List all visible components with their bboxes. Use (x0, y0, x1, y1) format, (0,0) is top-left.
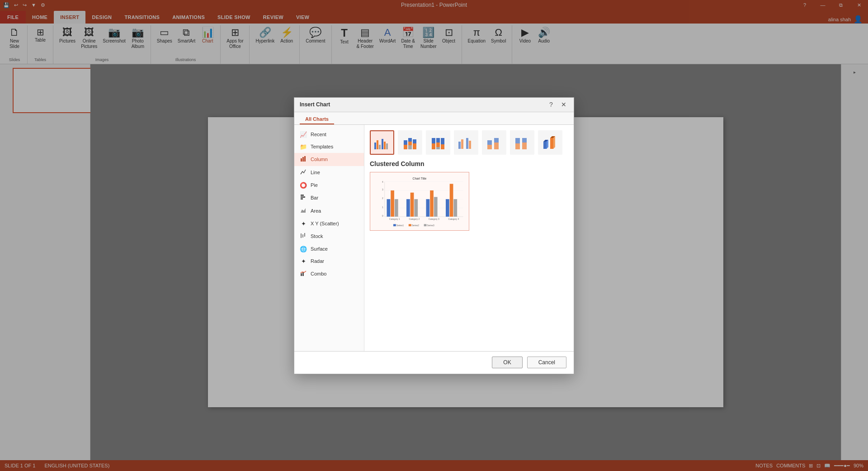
chart-type-radar[interactable]: ✦ Radar (294, 255, 364, 267)
svg-rect-42 (522, 138, 527, 143)
chart-type-column[interactable]: Column (294, 153, 364, 166)
svg-rect-73 (453, 199, 457, 217)
subtype-stacked-column[interactable] (398, 130, 422, 155)
svg-rect-34 (466, 138, 468, 149)
svg-rect-27 (436, 138, 440, 143)
svg-rect-47 (550, 138, 553, 149)
svg-rect-72 (450, 184, 453, 217)
svg-text:Series2: Series2 (412, 224, 420, 227)
svg-rect-38 (494, 138, 499, 143)
svg-rect-69 (430, 190, 434, 216)
combo-icon (300, 270, 307, 278)
svg-rect-66 (410, 192, 414, 216)
svg-rect-35 (469, 141, 471, 149)
subtype-3d-stacked-column[interactable] (482, 130, 506, 155)
dialog-title: Insert Chart (300, 101, 330, 108)
svg-rect-4 (301, 196, 305, 198)
svg-rect-63 (391, 190, 394, 216)
dialog-tabs: All Charts (294, 112, 574, 125)
svg-rect-39 (494, 143, 499, 149)
chart-type-surface[interactable]: 🌐 Surface (294, 243, 364, 255)
tab-all-charts[interactable]: All Charts (300, 114, 334, 124)
svg-rect-33 (461, 139, 463, 149)
insert-chart-dialog: Insert Chart ? ✕ All Charts 📈 Recent 📁 T… (294, 97, 574, 374)
svg-marker-6 (301, 208, 306, 213)
svg-rect-29 (436, 147, 440, 149)
xy-scatter-icon: ✦ (300, 220, 307, 227)
svg-rect-16 (384, 142, 386, 149)
chart-type-list: 📈 Recent 📁 Templates Column (294, 125, 364, 351)
svg-rect-23 (413, 139, 416, 143)
svg-rect-0 (301, 158, 302, 162)
svg-rect-19 (404, 145, 407, 149)
dialog-overlay: Insert Chart ? ✕ All Charts 📈 Recent 📁 T… (0, 0, 868, 471)
svg-rect-68 (426, 199, 430, 217)
surface-label: Surface (311, 246, 328, 252)
svg-text:Series3: Series3 (427, 224, 434, 227)
templates-icon: 📁 (300, 143, 307, 150)
subtype-100pct-stacked-column[interactable] (426, 130, 450, 155)
svg-rect-20 (408, 138, 412, 142)
chart-type-line[interactable]: Line (294, 166, 364, 179)
svg-text:Chart Title: Chart Title (413, 176, 427, 180)
column-icon (300, 156, 307, 163)
area-icon (300, 207, 307, 215)
svg-rect-71 (446, 199, 449, 217)
ok-button[interactable]: OK (492, 357, 522, 368)
bar-label: Bar (311, 195, 318, 200)
svg-rect-13 (377, 140, 378, 149)
svg-rect-3 (301, 195, 304, 196)
recent-label: Recent (311, 132, 326, 137)
chart-type-xy-scatter[interactable]: ✦ X Y (Scatter) (294, 218, 364, 230)
svg-rect-64 (395, 199, 398, 217)
chart-type-pie[interactable]: ⭕ Pie (294, 179, 364, 191)
svg-rect-18 (404, 140, 407, 145)
chart-type-templates[interactable]: 📁 Templates (294, 141, 364, 153)
svg-rect-24 (413, 143, 416, 149)
recent-icon: 📈 (300, 131, 307, 138)
dialog-close-button[interactable]: ✕ (559, 100, 568, 109)
svg-text:Category 1: Category 1 (389, 218, 400, 220)
selected-chart-name: Clustered Column (370, 160, 568, 167)
svg-rect-43 (522, 143, 527, 149)
svg-rect-36 (487, 140, 492, 145)
svg-rect-1 (302, 157, 304, 162)
svg-rect-41 (515, 143, 520, 149)
svg-rect-10 (301, 273, 302, 276)
svg-rect-12 (374, 143, 376, 149)
pie-label: Pie (311, 182, 318, 188)
svg-rect-37 (487, 145, 492, 149)
subtype-3d-100pct-stacked-column[interactable] (510, 130, 534, 155)
svg-text:Category 4: Category 4 (448, 218, 459, 220)
chart-type-area[interactable]: Area (294, 205, 364, 218)
subtype-3d-clustered-column[interactable] (454, 130, 478, 155)
svg-rect-32 (458, 142, 461, 149)
surface-icon: 🌐 (300, 246, 307, 252)
svg-rect-30 (441, 138, 444, 144)
svg-rect-80 (409, 224, 411, 226)
chart-type-stock[interactable]: Stock (294, 230, 364, 243)
chart-type-combo[interactable]: Combo (294, 267, 364, 281)
stock-label: Stock (311, 233, 323, 239)
svg-rect-2 (304, 156, 306, 162)
svg-rect-31 (441, 144, 444, 149)
chart-type-bar[interactable]: Bar (294, 191, 364, 205)
cancel-button[interactable]: Cancel (527, 357, 566, 368)
radar-label: Radar (311, 258, 324, 264)
svg-rect-17 (386, 143, 388, 149)
dialog-help-button[interactable]: ? (547, 100, 556, 109)
pie-icon: ⭕ (300, 182, 307, 189)
svg-rect-26 (432, 143, 435, 149)
radar-icon: ✦ (300, 258, 307, 265)
subtype-clustered-column[interactable] (370, 130, 394, 155)
svg-rect-62 (387, 199, 391, 217)
svg-marker-49 (553, 136, 555, 149)
subtype-3d-column[interactable] (538, 130, 562, 155)
dialog-title-bar: Insert Chart ? ✕ (294, 98, 574, 112)
chart-subtypes-area: Clustered Column Chart Title 0 1 2 (364, 125, 574, 351)
line-label: Line (311, 170, 320, 175)
templates-label: Templates (311, 144, 333, 149)
chart-preview: Chart Title 0 1 2 3 4 (370, 172, 469, 231)
svg-rect-65 (406, 199, 410, 217)
chart-type-recent[interactable]: 📈 Recent (294, 128, 364, 141)
